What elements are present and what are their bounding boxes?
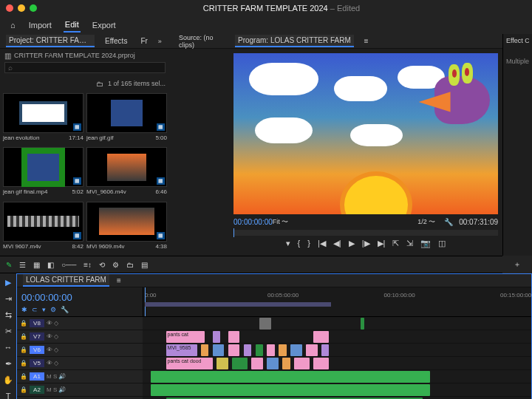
track-select-tool-icon[interactable]: ⇥: [2, 293, 14, 304]
window-title: CRITTER FARM TEMPLATE 2024 – Edited: [37, 4, 526, 13]
title-text: CRITTER FARM TEMPLATE 2024: [203, 4, 328, 13]
clip[interactable]: pants cat: [166, 331, 205, 343]
bin-item[interactable]: ▦ jean gif final.mp45:02: [3, 147, 83, 198]
home-icon[interactable]: ⌂: [9, 18, 17, 32]
link-icon[interactable]: ⊂: [32, 306, 38, 313]
timeline-header: 00:00:00:00 ✱ ⊂ ▾ ⚙ 🔧: [17, 287, 143, 316]
ripple-tool-icon[interactable]: ⇆: [2, 309, 14, 321]
workspace-bar: ⌂ Import Edit Export: [0, 16, 532, 34]
bin-item[interactable]: ▦ MVI 9607.m4v8:42: [3, 202, 83, 253]
folder-icon[interactable]: 🗀: [96, 80, 103, 88]
source-tab[interactable]: Source: (no clips): [176, 33, 223, 50]
program-tc-left[interactable]: 00:00:00:00: [233, 218, 273, 226]
audio-clip[interactable]: [151, 384, 431, 396]
workspace-import[interactable]: Import: [27, 18, 53, 32]
export-frame-icon[interactable]: 📷: [420, 239, 431, 248]
project-panel: Project: CRITTER FARM TEMPLATE 2024 Effe…: [0, 34, 170, 256]
zoom-slider[interactable]: ○──: [61, 261, 76, 269]
new-bin-icon[interactable]: 🗀: [126, 261, 134, 269]
play-icon[interactable]: ▶: [349, 239, 355, 248]
go-out-icon[interactable]: ▶|: [378, 239, 386, 248]
snap-icon[interactable]: ✱: [21, 306, 27, 313]
hand-tool-icon[interactable]: ✋: [2, 374, 14, 386]
track-header-v6[interactable]: 🔒V6👁 ◇: [17, 344, 143, 357]
new-item-icon[interactable]: ▤: [141, 261, 148, 269]
mark-in-icon[interactable]: {: [298, 239, 301, 248]
bin-item[interactable]: ▦ jean gif.gif5:00: [86, 93, 167, 144]
step-fwd-icon[interactable]: |▶: [362, 239, 370, 248]
type-tool-icon[interactable]: T: [2, 390, 14, 399]
search-input[interactable]: [4, 62, 166, 73]
audio-clip[interactable]: [151, 371, 431, 383]
slip-tool-icon[interactable]: ↔: [2, 341, 14, 353]
timeline-tc[interactable]: 00:00:00:00: [21, 292, 138, 303]
timeline-panel: LOLAS CRITTER FARM ≡ 00:00:00:00 ✱ ⊂ ▾ ⚙…: [16, 273, 532, 399]
program-tab[interactable]: Program: LOLAS CRITTER FARM: [235, 35, 354, 47]
bin-item[interactable]: ▦ jean evolution17:14: [3, 93, 83, 144]
compare-icon[interactable]: ◫: [438, 239, 446, 248]
track-header-v8[interactable]: 🔒V8👁 ◇: [17, 317, 143, 330]
maximize-window[interactable]: [30, 4, 37, 12]
track-header-v7[interactable]: 🔒V7👁 ◇: [17, 330, 143, 344]
razor-tool-icon[interactable]: ✂: [2, 325, 14, 337]
marker-icon[interactable]: ▾: [42, 306, 46, 313]
effect-controls-tab[interactable]: Effect C: [506, 37, 529, 44]
program-panel: Program: LOLAS CRITTER FARM ≡: [229, 34, 502, 256]
fr-tab[interactable]: Fr: [137, 35, 150, 47]
bin-name: MVI_9606.m4v: [86, 188, 126, 195]
project-search: [0, 62, 170, 77]
program-monitor[interactable]: [233, 53, 498, 214]
resolution-dropdown[interactable]: 1/2: [417, 218, 427, 225]
track-header-a1[interactable]: 🔒A1M S 🔊: [17, 370, 143, 383]
pen-tool-icon[interactable]: ✒: [2, 358, 14, 369]
clip[interactable]: MVI_9585: [166, 344, 197, 356]
tool-rail: ▶ ⇥ ⇆ ✂ ↔ ✒ ✋ T: [0, 273, 16, 399]
list-view-icon[interactable]: ☰: [19, 261, 26, 269]
go-in-icon[interactable]: |◀: [318, 239, 326, 248]
plus-icon[interactable]: ＋: [514, 259, 521, 270]
lift-icon[interactable]: ⇱: [392, 239, 399, 248]
close-window[interactable]: [6, 4, 13, 12]
pen-icon[interactable]: ✎: [6, 261, 12, 269]
selection-tool-icon[interactable]: ▶: [2, 276, 14, 288]
extract-icon[interactable]: ⇲: [406, 239, 413, 248]
transport-controls: ▾ { } |◀ ◀| ▶ |▶ ▶| ⇱ ⇲ 📷 ◫: [233, 239, 498, 248]
project-file[interactable]: CRITTER FARM TEMPLATE 2024.prproj: [14, 52, 166, 59]
settings-icon[interactable]: ⚙: [50, 306, 56, 313]
sort-icon[interactable]: ≡↕: [83, 261, 92, 269]
workspace-export[interactable]: Export: [91, 18, 117, 32]
workspace-edit[interactable]: Edit: [64, 18, 81, 33]
mark-out-icon[interactable]: }: [307, 239, 310, 248]
project-tab[interactable]: Project: CRITTER FARM TEMPLATE 2024: [6, 35, 95, 47]
fit-dropdown[interactable]: Fit: [273, 218, 280, 225]
program-scrubber[interactable]: [233, 230, 498, 236]
program-tc-right[interactable]: 00:07:31:09: [459, 218, 498, 226]
effect-text: Multiple: [506, 58, 529, 65]
window-controls: [6, 4, 37, 12]
auto-icon[interactable]: ⟲: [99, 261, 105, 269]
time-ruler[interactable]: 0:00 00:05:00:00 00:10:00:00 00:15:00:00: [143, 287, 531, 316]
track-header-a2[interactable]: 🔒A2M S 🔊: [17, 383, 143, 397]
clip[interactable]: pants cat dood: [166, 358, 213, 369]
freeform-view-icon[interactable]: ◧: [47, 261, 54, 269]
sequence-tab[interactable]: LOLAS CRITTER FARM: [23, 274, 109, 287]
title-bar: CRITTER FARM TEMPLATE 2024 – Edited: [0, 0, 532, 16]
effects-tab[interactable]: Effects: [102, 35, 130, 47]
ruler-tick: 00:15:00:00: [500, 292, 531, 299]
work-area[interactable]: [145, 302, 331, 307]
track-header-v5[interactable]: 🔒V5👁 ◇: [17, 357, 143, 370]
icon-view-icon[interactable]: ▦: [33, 261, 40, 269]
bin-item[interactable]: ▦ MVI 9609.m4v4:38: [86, 202, 167, 253]
step-back-icon[interactable]: ◀|: [333, 239, 341, 248]
track-content[interactable]: pants cat MVI_9585 pants cat dood: [143, 317, 531, 399]
find-icon[interactable]: ⚙: [112, 261, 119, 269]
wrench-icon[interactable]: 🔧: [61, 306, 69, 313]
project-panel-tabs: Project: CRITTER FARM TEMPLATE 2024 Effe…: [0, 34, 170, 49]
add-marker-icon[interactable]: ▾: [286, 239, 290, 248]
panel-overflow-icon[interactable]: »: [158, 38, 162, 45]
bin-dur: 17:14: [69, 134, 83, 141]
bin-dur: 6:46: [155, 188, 167, 195]
wrench-icon[interactable]: 🔧: [444, 218, 453, 226]
minimize-window[interactable]: [18, 4, 25, 12]
bin-item[interactable]: ▦ MVI_9606.m4v6:46: [86, 147, 167, 198]
